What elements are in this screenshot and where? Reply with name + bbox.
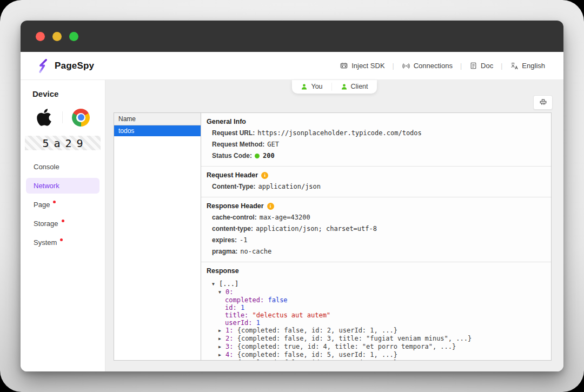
tab-client[interactable]: Client <box>332 80 377 94</box>
json-token: 4: <box>225 351 233 358</box>
request-list: Name todos <box>114 113 201 360</box>
sidebar-item-system[interactable]: System <box>26 235 99 250</box>
main-area: YouClient Name todos <box>105 80 563 371</box>
user-icon <box>301 83 308 90</box>
field-label: Request Method: <box>212 141 264 148</box>
desktop-background: PageSpy Inject SDK|Connections|Doc|Engli… <box>0 0 584 392</box>
sidebar-item-label: Storage <box>34 220 58 228</box>
content: Device 5a29 ConsoleNetworkPageStorageSys… <box>21 80 563 371</box>
connection-tabs: YouClient <box>292 80 376 94</box>
nav-connections[interactable]: Connections <box>402 62 453 70</box>
json-token: {completed: false, id: 6, userId: 1, ...… <box>233 359 397 360</box>
field-label: cache-control: <box>212 214 257 221</box>
pagespy-logo-icon <box>37 58 50 74</box>
json-tree-line: completed: false <box>201 296 551 304</box>
device-id: 5a29 <box>25 136 101 150</box>
translate-icon <box>510 62 519 70</box>
section-title: Response <box>201 267 551 275</box>
section-title-label: Response <box>207 267 239 275</box>
close-button[interactable] <box>36 32 45 41</box>
json-tree-line: ▶1: {completed: false, id: 2, userId: 1,… <box>201 327 551 335</box>
expand-arrow-icon[interactable]: ▶ <box>218 335 225 343</box>
info-icon[interactable]: i <box>261 172 268 179</box>
header-field-row: Content-Type:application/json <box>201 183 551 190</box>
tab-you[interactable]: You <box>292 80 331 94</box>
section-response-header: Response Headericache-control:max-age=43… <box>201 197 551 262</box>
collapse-arrow-icon[interactable]: ▼ <box>218 289 225 296</box>
nav-label: Doc <box>481 62 493 70</box>
request-row[interactable]: todos <box>114 125 201 136</box>
json-token: [...] <box>219 280 238 288</box>
doc-icon <box>469 62 477 70</box>
minimize-button[interactable] <box>52 32 62 41</box>
unread-dot <box>62 220 64 222</box>
info-icon[interactable]: i <box>267 203 274 210</box>
device-title: Device <box>32 89 105 98</box>
json-token: title: <box>225 311 248 319</box>
unread-dot <box>53 201 56 203</box>
field-value: GET <box>267 141 279 148</box>
json-token: {completed: false, id: 3, title: "fugiat… <box>233 335 472 342</box>
chrome-icon <box>72 109 90 127</box>
field-value: max-age=43200 <box>260 214 310 221</box>
json-token: 2: <box>225 335 233 342</box>
header-field-row: Request Method:GET <box>201 141 551 148</box>
json-token: {completed: true, id: 4, title: "et porr… <box>233 343 456 350</box>
request-detail: General InfoRequest URL:https://jsonplac… <box>201 113 551 360</box>
json-token: 1: <box>225 327 233 334</box>
json-tree-line: ▼0: <box>201 288 551 296</box>
nav-english[interactable]: English <box>510 62 545 70</box>
nav-inject-sdk[interactable]: Inject SDK <box>340 62 384 70</box>
json-token: 3: <box>225 343 233 350</box>
field-label: content-type: <box>212 225 253 232</box>
unread-dot <box>60 238 63 241</box>
header-field-row: Request URL:https://jsonplaceholder.typi… <box>201 129 551 137</box>
header-field-row: Status Code:200 <box>201 152 551 160</box>
sidebar-item-console[interactable]: Console <box>26 159 99 175</box>
json-token: userId: <box>225 319 253 327</box>
header-nav: Inject SDK|Connections|Doc|English <box>340 62 545 70</box>
apple-icon <box>36 108 52 127</box>
json-token: completed: <box>225 296 264 304</box>
collapse-arrow-icon[interactable]: ▼ <box>212 281 219 288</box>
expand-arrow-icon[interactable]: ▶ <box>218 327 225 335</box>
field-value: https://jsonplaceholder.typicode.com/tod… <box>257 129 421 137</box>
json-token: {completed: false, id: 2, userId: 1, ...… <box>233 327 397 334</box>
header-field-row: cache-control:max-age=43200 <box>201 214 551 221</box>
zoom-button[interactable] <box>69 32 78 41</box>
sidebar-item-network[interactable]: Network <box>26 178 99 194</box>
json-tree: ▼[...]▼0:completed: falseid: 1title: "de… <box>201 280 551 360</box>
json-tree-line: ▶2: {completed: false, id: 3, title: "fu… <box>201 335 551 343</box>
field-value: application/json; charset=utf-8 <box>256 225 377 232</box>
expand-arrow-icon[interactable]: ▶ <box>218 343 225 351</box>
section-title-label: Response Header <box>207 202 264 210</box>
nav-doc[interactable]: Doc <box>469 62 493 70</box>
expand-arrow-icon[interactable]: ▶ <box>218 360 225 360</box>
app-window: PageSpy Inject SDK|Connections|Doc|Engli… <box>21 21 563 371</box>
json-tree-line: ▶4: {completed: false, id: 5, userId: 1,… <box>201 351 551 359</box>
field-label: Request URL: <box>212 129 255 137</box>
brand-name: PageSpy <box>55 61 94 71</box>
section-general-info: General InfoRequest URL:https://jsonplac… <box>201 113 551 167</box>
inject-sdk-icon <box>340 62 348 70</box>
section-title: General Info <box>201 118 551 125</box>
sidebar-item-page[interactable]: Page <box>26 197 99 212</box>
tab-label: Client <box>351 83 368 90</box>
nav-separator: | <box>501 62 502 70</box>
expand-arrow-icon[interactable]: ▶ <box>218 351 225 359</box>
json-tree-line: ▶3: {completed: true, id: 4, title: "et … <box>201 343 551 351</box>
json-token: 5: <box>225 359 233 360</box>
json-token: 1 <box>237 304 244 311</box>
device-icon-divider <box>62 111 63 123</box>
clear-button[interactable] <box>533 95 553 110</box>
json-token: {completed: false, id: 5, userId: 1, ...… <box>233 351 397 358</box>
header-field-row: expires:-1 <box>201 236 551 244</box>
json-token: id: <box>225 304 237 311</box>
brand: PageSpy <box>37 58 94 74</box>
nav-label: Connections <box>414 62 453 70</box>
tabs-row: YouClient <box>105 80 563 94</box>
nav-label: Inject SDK <box>351 62 384 70</box>
json-tree-line: ▼[...] <box>201 280 551 288</box>
sidebar-item-storage[interactable]: Storage <box>26 216 99 231</box>
broadcast-icon <box>402 62 410 70</box>
